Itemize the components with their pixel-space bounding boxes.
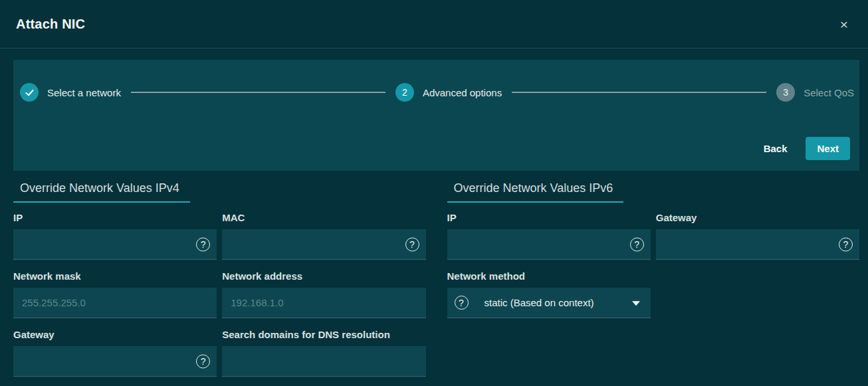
help-icon[interactable]: ? xyxy=(196,237,210,251)
stepper: Select a network 2 Advanced options 3 Se… xyxy=(20,83,854,102)
close-icon: × xyxy=(840,17,848,32)
help-icon[interactable]: ? xyxy=(196,354,210,368)
wizard-stepper-panel: Select a network 2 Advanced options 3 Se… xyxy=(13,60,859,171)
field-ipv4-network-mask: Network mask xyxy=(13,270,217,318)
step-number-circle: 3 xyxy=(776,83,795,102)
ipv4-network-mask-input[interactable] xyxy=(13,288,217,318)
step-label: Select QoS xyxy=(804,87,854,98)
stepper-step-advanced-options[interactable]: 2 Advanced options xyxy=(395,83,502,102)
ipv6-gateway-input[interactable] xyxy=(656,229,859,259)
help-icon[interactable]: ? xyxy=(405,237,419,251)
close-button[interactable]: × xyxy=(833,13,855,35)
step-label: Select a network xyxy=(47,87,121,98)
check-icon xyxy=(25,88,35,98)
field-ipv6-network-method: Network method ? static (Based on contex… xyxy=(447,270,651,318)
step-number-circle: 2 xyxy=(395,83,414,102)
field-ipv4-mac: MAC ? xyxy=(222,212,425,260)
ipv6-fields-grid: IP ? Gateway ? Network method ? static (… xyxy=(447,212,860,318)
stepper-connector xyxy=(512,92,766,93)
field-label: Gateway xyxy=(13,329,217,340)
ipv4-fields-grid: IP ? MAC ? Network mask xyxy=(13,212,426,377)
stepper-connector xyxy=(131,92,385,93)
field-ipv4-search-domains: Search domains for DNS resolution xyxy=(222,329,425,377)
chevron-down-icon xyxy=(632,301,640,306)
modal-header: Attach NIC × xyxy=(0,0,868,48)
ipv4-gateway-input[interactable] xyxy=(13,346,217,376)
field-label: IP xyxy=(447,212,651,223)
ipv4-network-address-input[interactable] xyxy=(222,288,425,318)
grid-spacer xyxy=(656,270,859,318)
step-complete-circle xyxy=(20,83,39,102)
field-label: Network address xyxy=(222,270,425,282)
advanced-options-form: Override Network Values IPv4 IP ? MAC ? … xyxy=(0,179,868,377)
field-ipv6-ip: IP ? xyxy=(447,212,651,260)
help-icon[interactable]: ? xyxy=(455,296,469,310)
field-label: IP xyxy=(13,212,217,223)
next-button[interactable]: Next xyxy=(806,137,850,160)
back-button[interactable]: Back xyxy=(757,138,794,159)
help-icon[interactable]: ? xyxy=(630,237,644,251)
field-label: MAC xyxy=(222,212,425,223)
ipv4-mac-input[interactable] xyxy=(222,229,425,259)
field-ipv6-gateway: Gateway ? xyxy=(656,212,859,260)
field-label: Search domains for DNS resolution xyxy=(222,329,425,340)
section-title-ipv6: Override Network Values IPv6 xyxy=(447,179,624,203)
field-ipv4-gateway: Gateway ? xyxy=(13,329,217,377)
section-title-ipv4: Override Network Values IPv4 xyxy=(13,179,190,203)
field-ipv4-ip: IP ? xyxy=(13,212,217,260)
stepper-step-select-qos[interactable]: 3 Select QoS xyxy=(776,83,854,102)
field-label: Network mask xyxy=(13,270,217,282)
section-ipv6: Override Network Values IPv6 IP ? Gatewa… xyxy=(447,179,860,377)
select-value: static (Based on context) xyxy=(485,297,594,308)
ipv6-ip-input[interactable] xyxy=(447,229,651,259)
ipv6-network-method-select[interactable]: ? static (Based on context) xyxy=(447,288,651,318)
section-ipv4: Override Network Values IPv4 IP ? MAC ? … xyxy=(13,179,426,377)
modal-title: Attach NIC xyxy=(16,17,85,32)
step-label: Advanced options xyxy=(423,87,502,98)
ipv4-ip-input[interactable] xyxy=(13,229,217,259)
field-label: Gateway xyxy=(656,212,859,223)
stepper-step-select-network[interactable]: Select a network xyxy=(20,83,121,102)
field-ipv4-network-address: Network address xyxy=(222,270,425,318)
field-label: Network method xyxy=(447,270,651,282)
help-icon[interactable]: ? xyxy=(839,237,853,251)
wizard-footer: Back Next xyxy=(20,137,854,160)
ipv4-search-domains-input[interactable] xyxy=(222,346,425,376)
